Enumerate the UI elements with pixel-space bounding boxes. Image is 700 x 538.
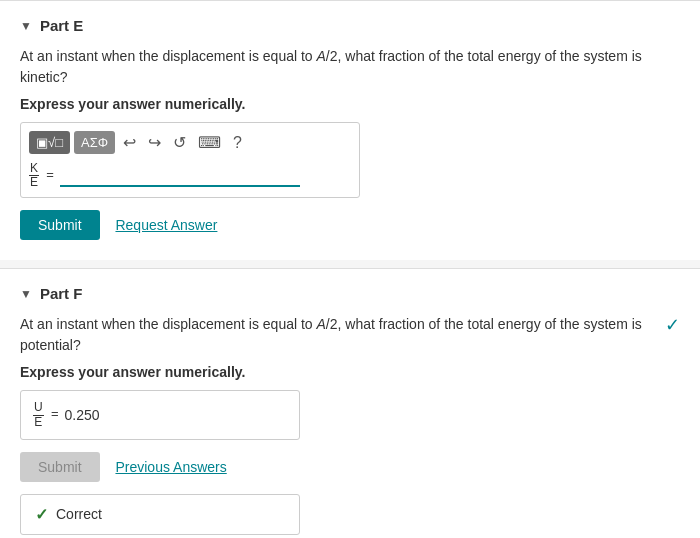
part-f-actions: Submit Previous Answers (20, 452, 680, 482)
part-f-chevron[interactable]: ▼ (20, 287, 32, 301)
part-e-math-editor: ▣√□ ΑΣΦ ↩ ↪ ↺ ⌨ ? K E = (20, 122, 360, 198)
part-e-math-label: K E = (29, 162, 54, 189)
part-f-answer-box: U E = 0.250 (20, 390, 300, 439)
part-e-submit-button[interactable]: Submit (20, 210, 100, 240)
correct-check-icon: ✓ (35, 505, 48, 524)
part-e-input-row: K E = (29, 162, 351, 189)
part-f-section: ▼ Part F ✓ At an instant when the displa… (0, 268, 700, 538)
part-f-correct-checkmark-right: ✓ (665, 314, 680, 336)
part-e-header: ▼ Part E (20, 17, 680, 34)
part-e-title: Part E (40, 17, 83, 34)
fraction-sqrt-button[interactable]: ▣√□ (29, 131, 70, 154)
keyboard-button[interactable]: ⌨ (194, 131, 225, 154)
part-f-header: ▼ Part F (20, 285, 680, 302)
undo-button[interactable]: ↩ (119, 131, 140, 154)
part-e-toolbar: ▣√□ ΑΣΦ ↩ ↪ ↺ ⌨ ? (29, 131, 351, 154)
part-e-request-answer-button[interactable]: Request Answer (115, 217, 217, 233)
part-f-previous-answers-button[interactable]: Previous Answers (115, 459, 226, 475)
part-f-submit-button: Submit (20, 452, 100, 482)
part-e-actions: Submit Request Answer (20, 210, 680, 240)
help-button[interactable]: ? (229, 132, 246, 154)
part-e-section: ▼ Part E At an instant when the displace… (0, 0, 700, 260)
ke-fraction: K E (29, 162, 39, 189)
ue-fraction: U E (33, 401, 44, 428)
part-f-answer-value: 0.250 (65, 407, 100, 423)
part-e-instruction: Express your answer numerically. (20, 96, 680, 112)
part-f-correct-box: ✓ Correct (20, 494, 300, 535)
greek-symbols-button[interactable]: ΑΣΦ (74, 131, 115, 154)
part-f-instruction: Express your answer numerically. (20, 364, 680, 380)
part-e-chevron[interactable]: ▼ (20, 19, 32, 33)
part-e-answer-input[interactable] (60, 165, 300, 187)
reset-button[interactable]: ↺ (169, 131, 190, 154)
redo-button[interactable]: ↪ (144, 131, 165, 154)
correct-label: Correct (56, 506, 102, 522)
part-f-math-label: U E = (33, 401, 59, 428)
part-f-title: Part F (40, 285, 83, 302)
part-e-question: At an instant when the displacement is e… (20, 46, 680, 88)
part-f-question: At an instant when the displacement is e… (20, 314, 680, 356)
